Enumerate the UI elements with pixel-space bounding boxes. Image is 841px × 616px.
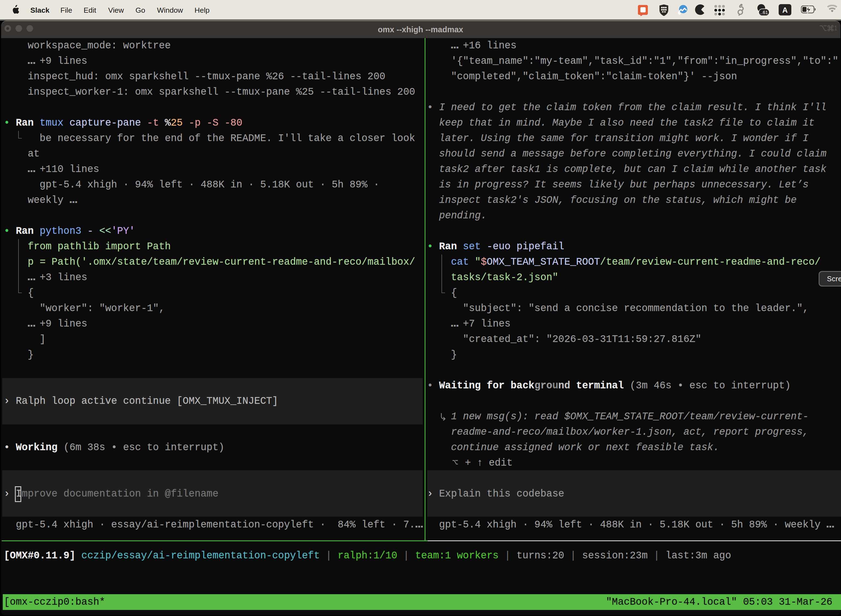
svg-text:A: A (782, 6, 788, 14)
svg-text:..61: ..61 (760, 10, 768, 15)
svg-text:1: 1 (834, 25, 837, 31)
